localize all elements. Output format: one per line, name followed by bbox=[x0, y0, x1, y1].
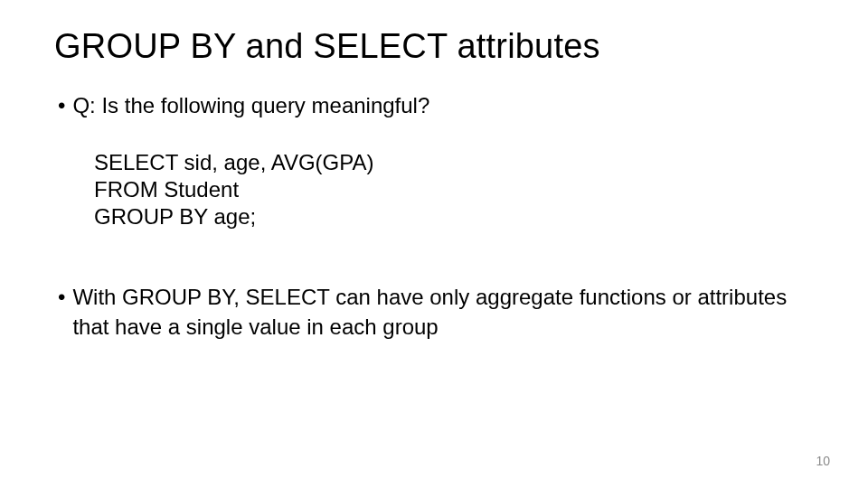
code-line: SELECT sid, age, AVG(GPA) bbox=[94, 149, 814, 176]
page-number: 10 bbox=[816, 454, 830, 468]
bullet-item: • With GROUP BY, SELECT can have only ag… bbox=[58, 283, 814, 342]
bullet-text: With GROUP BY, SELECT can have only aggr… bbox=[72, 283, 814, 342]
bullet-dot-icon: • bbox=[58, 283, 65, 342]
code-line: GROUP BY age; bbox=[94, 203, 814, 230]
spacer bbox=[54, 230, 814, 283]
sql-code-block: SELECT sid, age, AVG(GPA) FROM Student G… bbox=[94, 149, 814, 230]
code-line: FROM Student bbox=[94, 176, 814, 203]
bullet-dot-icon: • bbox=[58, 91, 65, 120]
bullet-text: Q: Is the following query meaningful? bbox=[72, 91, 814, 120]
bullet-item: • Q: Is the following query meaningful? bbox=[58, 91, 814, 120]
slide-title: GROUP BY and SELECT attributes bbox=[54, 27, 814, 66]
slide: GROUP BY and SELECT attributes • Q: Is t… bbox=[0, 0, 868, 488]
